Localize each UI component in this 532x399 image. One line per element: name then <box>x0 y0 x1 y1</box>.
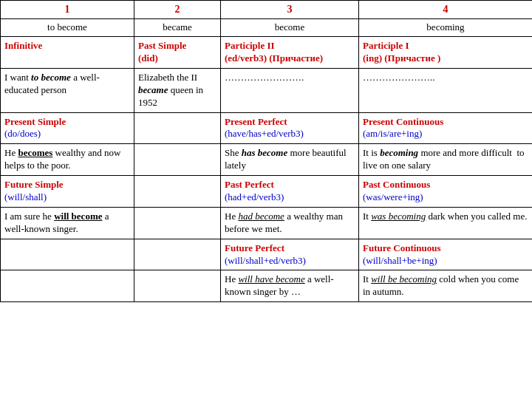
example-row-3: I am sure he will become a well-known si… <box>1 207 533 239</box>
present-simple-label: Present Simple <box>4 116 66 127</box>
past-perfect-formula: (had+ed/verb3) <box>225 191 284 202</box>
infinitive-label: Infinitive <box>4 40 42 51</box>
cell-future-simple-ex: I am sure he will become a well-known si… <box>1 207 134 239</box>
col-num-2: 2 <box>134 1 221 19</box>
cell-future-perfect-label: Future Perfect (will/shall+ed/verb3) <box>221 239 359 270</box>
column-numbers-row: 1 2 3 4 <box>1 1 533 19</box>
form-participle2: become <box>221 19 359 37</box>
future-continuous-formula: (will/shall+be+ing) <box>363 255 437 266</box>
cell-present-perfect-label: Present Perfect (have/has+ed/verb3) <box>221 112 359 144</box>
cell-empty-4 <box>134 207 221 239</box>
participle1-label: Participle I <box>363 40 409 51</box>
verb-forms-row: to become became become becoming <box>1 19 533 37</box>
cell-present-continuous-ex: It is becoming more and more difficult t… <box>359 144 533 176</box>
form-participle1: becoming <box>359 19 533 37</box>
dots-1: ……………………. <box>225 72 304 83</box>
cell-past-simple-label: Past Simple (did) <box>134 37 221 69</box>
future-perfect-label: Future Perfect <box>225 242 284 253</box>
cell-participle1-label: Participle I (ing) (Причастие ) <box>359 37 533 69</box>
cell-past-continuous-ex: It was becoming dark when you called me. <box>359 207 533 239</box>
tense-label-row-3: Future Simple (will/shall) Past Perfect … <box>1 176 533 208</box>
form-infinitive: to become <box>1 19 134 37</box>
cell-future-perfect-ex: He will have become a well-known singer … <box>221 270 359 302</box>
cell-infinitive-label: Infinitive <box>1 37 134 69</box>
col-num-1: 1 <box>1 1 134 19</box>
cell-empty-2 <box>134 144 221 176</box>
past-simple-formula: (did) <box>138 52 158 64</box>
example-row-1: I want to become a well-educated person … <box>1 68 533 112</box>
future-simple-label: Future Simple <box>4 179 64 190</box>
cell-empty-7 <box>1 270 134 302</box>
col-num-3: 3 <box>221 1 359 19</box>
cell-past-perfect-ex: He had become a wealthy man before we me… <box>221 207 359 239</box>
cell-empty-1 <box>134 112 221 144</box>
cell-empty-3 <box>134 176 221 208</box>
tense-label-row-4: Future Perfect (will/shall+ed/verb3) Fut… <box>1 239 533 270</box>
present-perfect-formula: (have/has+ed/verb3) <box>225 128 304 139</box>
participle2-formula: (ed/verb3) (Причастие) <box>225 52 323 64</box>
cell-empty-8 <box>134 270 221 302</box>
dots-2: ………………….. <box>363 72 435 83</box>
cell-empty-6 <box>134 239 221 270</box>
past-continuous-formula: (was/were+ing) <box>363 191 423 202</box>
cell-example-1: I want to become a well-educated person <box>1 68 134 112</box>
past-perfect-label: Past Perfect <box>225 179 274 190</box>
example-row-4: He will have become a well-known singer … <box>1 270 533 302</box>
present-perfect-label: Present Perfect <box>225 116 287 127</box>
past-simple-label: Past Simple <box>138 40 186 51</box>
participle2-label: Participle II <box>225 40 275 51</box>
cell-present-continuous-label: Present Continuous (am/is/are+ing) <box>359 112 533 144</box>
cell-empty-5 <box>1 239 134 270</box>
cell-future-simple-label: Future Simple (will/shall) <box>1 176 134 208</box>
cell-example-2: Elizabeth the II became queen in 1952 <box>134 68 221 112</box>
participle1-formula: (ing) (Причастие ) <box>363 52 440 64</box>
past-continuous-label: Past Continuous <box>363 179 430 190</box>
present-continuous-formula: (am/is/are+ing) <box>363 128 422 139</box>
cell-participle2-label: Participle II (ed/verb3) (Причастие) <box>221 37 359 69</box>
cell-present-perfect-ex: She has become more beautiful lately <box>221 144 359 176</box>
cell-future-continuous-ex: It will be becoming cold when you come i… <box>359 270 533 302</box>
cell-present-simple-ex: He becomes wealthy and now helps to the … <box>1 144 134 176</box>
tense-label-row-1: Infinitive Past Simple (did) Participle … <box>1 37 533 69</box>
cell-future-continuous-label: Future Continuous (will/shall+be+ing) <box>359 239 533 270</box>
present-continuous-label: Present Continuous <box>363 116 443 127</box>
example-row-2: He becomes wealthy and now helps to the … <box>1 144 533 176</box>
cell-present-simple-label: Present Simple (do/does) <box>1 112 134 144</box>
future-perfect-formula: (will/shall+ed/verb3) <box>225 255 306 266</box>
present-simple-formula: (do/does) <box>4 128 41 139</box>
cell-dots-2: ………………….. <box>359 68 533 112</box>
future-simple-formula: (will/shall) <box>4 191 47 202</box>
col-num-4: 4 <box>359 1 533 19</box>
future-continuous-label: Future Continuous <box>363 242 441 253</box>
cell-past-perfect-label: Past Perfect (had+ed/verb3) <box>221 176 359 208</box>
form-past-simple: became <box>134 19 221 37</box>
cell-past-continuous-label: Past Continuous (was/were+ing) <box>359 176 533 208</box>
tense-label-row-2: Present Simple (do/does) Present Perfect… <box>1 112 533 144</box>
cell-dots-1: ……………………. <box>221 68 359 112</box>
